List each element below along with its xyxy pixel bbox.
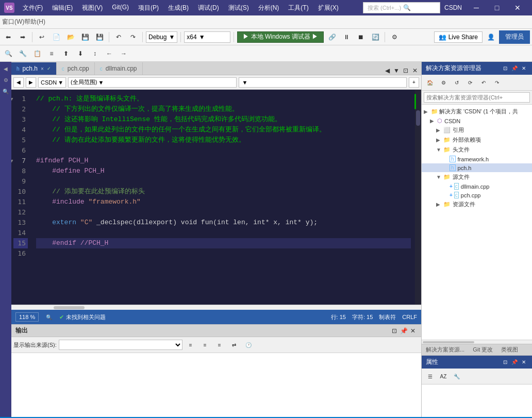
liveshare-button[interactable]: 👥 Live Share — [434, 31, 483, 43]
menu-edit[interactable]: 编辑(E) — [48, 3, 77, 13]
menu-tools[interactable]: 工具(T) — [284, 3, 312, 13]
menu-test[interactable]: 测试(S) — [224, 3, 253, 13]
se-tb-redo[interactable]: ↷ — [491, 76, 503, 89]
tb2-btn7[interactable]: ↕ — [89, 47, 101, 60]
attach-button[interactable]: 🔗 — [326, 31, 338, 43]
user-button[interactable]: 👤 — [485, 31, 497, 43]
tab-scroll-left[interactable]: ◀ — [383, 66, 391, 75]
menu-debug[interactable]: 调试(D) — [194, 3, 223, 13]
prop-alphabetical[interactable]: AZ — [437, 370, 450, 382]
nav-back-button[interactable]: ⬅ — [2, 31, 14, 43]
se-search-input[interactable] — [424, 92, 530, 103]
se-pin-btn[interactable]: 📌 — [510, 64, 519, 73]
tree-ext-deps[interactable]: ▶ 📁 外部依赖项 — [422, 135, 532, 145]
menu-analyze[interactable]: 分析(N) — [254, 3, 284, 13]
se-tb-undo[interactable]: ↶ — [477, 76, 490, 89]
output-btn2[interactable]: ≡ — [199, 339, 211, 351]
se-tab-git[interactable]: Git 更改 — [469, 344, 497, 355]
output-btn3[interactable]: ≡ — [213, 339, 226, 351]
scope-nav-right[interactable]: ▶ — [26, 77, 36, 88]
maximize-button[interactable]: □ — [487, 0, 507, 15]
menu-view[interactable]: 视图(V) — [78, 3, 107, 13]
menu-extend[interactable]: 扩展(X) — [314, 3, 343, 13]
tb2-btn5[interactable]: ⬆ — [60, 47, 72, 60]
zoom-icon[interactable]: 🔍 — [43, 311, 55, 323]
tree-references[interactable]: ▶ ⬜ 引用 — [422, 125, 532, 135]
tree-pch-cpp[interactable]: + c pch.cpp — [422, 191, 532, 199]
admin-button[interactable]: 管理员 — [499, 30, 530, 44]
se-scrollbar-thumb[interactable] — [423, 341, 474, 343]
pause-button[interactable]: ⏸ — [340, 31, 353, 43]
gutter-icon1[interactable]: ◀ — [1, 64, 10, 73]
prop-by-category[interactable]: ☰ — [424, 370, 436, 382]
nav-forward-button[interactable]: ➡ — [16, 31, 29, 43]
undo-button[interactable]: ↩ — [36, 31, 48, 43]
save-all-button[interactable]: 💾 — [93, 31, 106, 43]
tab-dropdown[interactable]: ▼ — [392, 66, 401, 75]
float-button[interactable]: ⊡ — [402, 66, 410, 75]
tree-resources-folder[interactable]: ▶ 📁 资源文件 — [422, 199, 532, 209]
menu-build[interactable]: 生成(B) — [164, 3, 193, 13]
output-btn4[interactable]: ⇄ — [228, 339, 240, 351]
tb2-btn8[interactable]: ← — [103, 47, 115, 60]
se-tb-refresh[interactable]: ⟳ — [464, 76, 476, 89]
tree-sources-folder[interactable]: ▼ 📁 源文件 — [422, 172, 532, 182]
debug-config-dropdown[interactable]: Debug ▼ — [146, 31, 177, 43]
menu-git[interactable]: Git(G) — [108, 3, 133, 13]
save-button[interactable]: 💾 — [79, 31, 91, 43]
platform-dropdown[interactable]: x64 ▼ — [184, 31, 230, 43]
prop-properties[interactable]: 🔧 — [451, 370, 463, 382]
menu-help[interactable]: 帮助(H) — [24, 18, 45, 26]
output-close-button[interactable]: ✕ — [409, 327, 417, 335]
tree-headers-folder[interactable]: ▼ 📁 头文件 — [422, 145, 532, 155]
tb2-btn1[interactable]: 🔍 — [2, 47, 14, 60]
more-debug[interactable]: ⚙ — [388, 31, 401, 43]
open-file-button[interactable]: 📂 — [64, 31, 77, 43]
scope-dropdown2[interactable]: (全局范围) ▼ — [68, 77, 236, 88]
menu-file[interactable]: 文件(F) — [19, 3, 47, 13]
tab-pch-cpp[interactable]: c pch.cpp — [57, 62, 95, 75]
menu-project[interactable]: 项目(P) — [134, 3, 163, 13]
tab-dllmain-cpp[interactable]: c dllmain.cpp — [95, 62, 143, 75]
se-close-btn[interactable]: ✕ — [520, 64, 528, 73]
editor-scrollbar-h[interactable] — [11, 305, 421, 310]
tree-solution[interactable]: ▶ 📁 解决方案 'CSDN' (1 个项目，共 — [422, 107, 532, 116]
run-button[interactable]: ▶ 本地 Windows 调试器 ▶ — [237, 31, 324, 43]
scope-nav-left[interactable]: ◀ — [13, 77, 24, 88]
tb2-btn4[interactable]: ≡ — [45, 47, 58, 60]
menu-window[interactable]: 窗口(W) — [2, 18, 24, 26]
prop-pin-btn[interactable]: 📌 — [510, 358, 519, 366]
output-source-select[interactable] — [59, 340, 182, 350]
gutter-icon3[interactable]: 🔍 — [1, 87, 10, 96]
code-editor[interactable]: 1 2 3 4 5 6 7 8 9 10 11 12 13 14 15 16 — [11, 90, 421, 305]
close-panel[interactable]: ✕ — [411, 66, 419, 75]
restart-button[interactable]: 🔄 — [369, 31, 381, 43]
tb2-btn2[interactable]: 🔧 — [16, 47, 29, 60]
tree-dllmain-cpp[interactable]: + c dllmain.cpp — [422, 182, 532, 191]
tb2-btn3[interactable]: 📋 — [31, 47, 43, 60]
tree-csdn-project[interactable]: ▶ ⬡ CSDN — [422, 116, 532, 125]
redo-button[interactable]: ↷ — [127, 31, 139, 43]
se-tb-sync[interactable]: 🏠 — [424, 76, 436, 89]
output-auto-hide-button[interactable]: 📌 — [400, 327, 408, 335]
gutter-icon2[interactable]: ⚙ — [1, 75, 10, 85]
code-content[interactable]: // pch.h: 这是预编译标头文件。 // 下方列出的文件仅编译一次，提高了… — [32, 90, 415, 305]
undo2-button[interactable]: ↶ — [112, 31, 125, 43]
se-scrollbar-h[interactable] — [422, 340, 532, 344]
se-tab-class[interactable]: 类视图 — [497, 344, 522, 355]
output-float-button[interactable]: ⊡ — [390, 327, 398, 335]
se-tb-collapse[interactable]: ↺ — [451, 76, 463, 89]
zoom-control[interactable]: 118 % — [15, 312, 39, 322]
search-input[interactable]: 搜索 (Ctrl+...) 🔍 — [363, 2, 440, 13]
se-tb-filter[interactable]: ⚙ — [437, 76, 450, 89]
scope-dropdown1[interactable]: CSDN ▼ — [38, 77, 66, 88]
scrollbar-vertical[interactable] — [415, 90, 421, 305]
close-button[interactable]: ✕ — [507, 0, 528, 15]
output-btn5[interactable]: 🕐 — [242, 339, 255, 351]
scope-add[interactable]: + — [409, 77, 419, 88]
tree-framework-h[interactable]: h framework.h — [422, 155, 532, 163]
tab-close-pch-h[interactable]: × — [41, 66, 44, 72]
scrollbar-thumb[interactable] — [416, 110, 420, 126]
prop-close-btn[interactable]: ✕ — [520, 358, 528, 366]
collapse-1[interactable]: ▼ — [11, 94, 13, 104]
